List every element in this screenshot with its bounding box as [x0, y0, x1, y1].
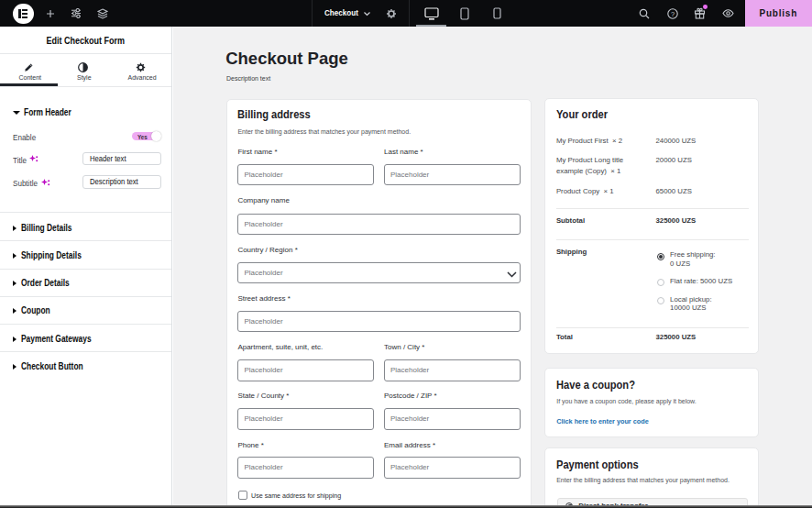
svg-text:?: ? — [671, 9, 675, 17]
